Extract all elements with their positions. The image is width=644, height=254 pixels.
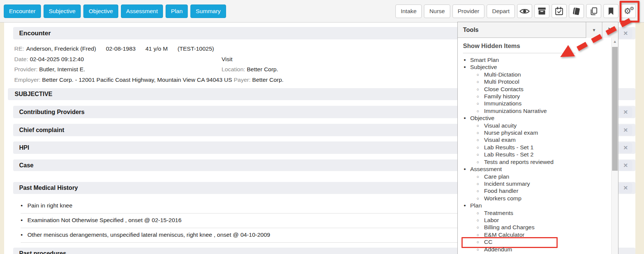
patient-age-sex: 41 y/o M xyxy=(145,45,167,52)
location-pair: Location: Better Corp. xyxy=(222,64,278,75)
nav-objective-button[interactable]: Objective xyxy=(83,5,118,18)
hidden-item-labor[interactable]: Labor xyxy=(458,216,618,224)
tools-scrollbar-thumb[interactable] xyxy=(612,47,618,171)
section-title: HPI xyxy=(19,144,29,151)
nav-encounter-button[interactable]: Encounter xyxy=(4,5,41,18)
preview-button[interactable] xyxy=(517,4,532,18)
hidden-item-workers-comp[interactable]: Workers comp xyxy=(458,195,618,202)
hidden-item-assessment[interactable]: Assessment xyxy=(458,165,618,173)
date-label: Date: xyxy=(14,56,28,62)
bookmark-button[interactable] xyxy=(603,4,618,18)
section-title: Contributing Providers xyxy=(19,109,84,116)
eye-icon xyxy=(519,8,530,15)
bookmark-icon xyxy=(608,7,614,15)
top-toolbar: Encounter Subjective Objective Assessmen… xyxy=(0,0,644,23)
provider-button[interactable]: Provider xyxy=(452,5,485,18)
archive-button[interactable] xyxy=(534,4,549,18)
hidden-item-incident-summary[interactable]: Incident summary xyxy=(458,180,618,187)
hidden-item-objective[interactable]: Objective xyxy=(458,114,618,122)
provider-name: Butler, Internist E. xyxy=(39,66,85,72)
payer-label: Payer: xyxy=(234,77,250,83)
hidden-item-cc[interactable]: CC xyxy=(458,238,618,245)
scroll-up-arrow-icon[interactable]: ▲ xyxy=(612,38,618,45)
chevron-down-icon: ▼ xyxy=(592,28,596,32)
close-section-encounter-button[interactable]: ✕ xyxy=(619,28,632,39)
tools-panel-header: Tools ▼ ✕ xyxy=(458,22,618,38)
location-value: Better Corp. xyxy=(247,66,278,72)
tools-close-button[interactable]: ✕ xyxy=(602,22,618,38)
nav-summary-button[interactable]: Summary xyxy=(190,5,226,18)
appointments-button[interactable] xyxy=(552,4,567,18)
nurse-button[interactable]: Nurse xyxy=(424,5,450,18)
show-hidden-items-heading: Show Hidden Items xyxy=(463,42,618,50)
hidden-item-lab-results-set-2[interactable]: Lab Results - Set 2 xyxy=(458,151,618,158)
tools-panel-body: Show Hidden Items Smart Plan Subjective … xyxy=(458,38,618,254)
patient-name: Anderson, Frederick (Fred) xyxy=(26,45,96,52)
toolbar-right-group: Intake Nurse Provider Depart xyxy=(395,4,636,18)
patient-chart-id: (TEST-10025) xyxy=(178,45,214,52)
tools-collapse-button[interactable]: ▼ xyxy=(586,22,602,38)
intake-button[interactable]: Intake xyxy=(395,5,422,18)
hidden-item-lab-results-set-1[interactable]: Lab Results - Set 1 xyxy=(458,144,618,151)
section-title: Past Medical History xyxy=(19,185,78,191)
tools-scrollbar[interactable]: ▲ xyxy=(611,38,618,254)
hidden-item-close-contacts[interactable]: Close Contacts xyxy=(458,86,618,93)
hidden-item-visual-acuity[interactable]: Visual acuity xyxy=(458,122,618,129)
tools-panel: Tools ▼ ✕ Show Hidden Items Smart Plan S… xyxy=(457,22,618,254)
hidden-item-smart-plan[interactable]: Smart Plan xyxy=(458,56,618,63)
employer-value: Better Corp. - 12001 Pacific Coast Highw… xyxy=(42,77,232,83)
copy-icon xyxy=(590,7,598,15)
hidden-item-food-handler[interactable]: Food handler xyxy=(458,187,618,194)
close-section-chief-complaint-button[interactable]: ✕ xyxy=(619,125,632,135)
nav-plan-button[interactable]: Plan xyxy=(166,5,188,18)
close-section-contributing-providers-button[interactable]: ✕ xyxy=(619,107,632,117)
hidden-item-visual-exam[interactable]: Visual exam xyxy=(458,136,618,143)
hidden-item-addendum[interactable]: Addendum xyxy=(458,246,618,253)
hidden-item-immunizations-narrative[interactable]: Immunizations Narrative xyxy=(458,107,618,114)
hidden-item-multi-protocol[interactable]: Multi Protocol xyxy=(458,78,618,85)
hidden-item-treatments[interactable]: Treatments xyxy=(458,209,618,216)
location-label: Location: xyxy=(222,66,245,72)
hidden-items-list: Smart Plan Subjective Multi-Dictation Mu… xyxy=(458,56,618,254)
section-title: Case xyxy=(19,162,33,169)
patient-dob: 02-08-1983 xyxy=(106,45,136,52)
payer-value: Better Corp. xyxy=(252,77,284,83)
gears-icon: ⚙⚙ xyxy=(624,7,632,15)
hidden-item-multi-dictation[interactable]: Multi-Dictation xyxy=(458,71,618,78)
hidden-item-nurse-physical-exam[interactable]: Nurse physical exam xyxy=(458,129,618,136)
hidden-item-plan[interactable]: Plan xyxy=(458,202,618,209)
reference-button[interactable] xyxy=(569,4,584,18)
archive-box-icon xyxy=(538,7,546,15)
book-icon xyxy=(572,7,581,15)
hidden-item-immunizations[interactable]: Immunizations xyxy=(458,100,618,107)
depart-button[interactable]: Depart xyxy=(487,5,515,18)
close-section-hpi-button[interactable]: ✕ xyxy=(619,143,632,153)
section-title: Encounter xyxy=(19,30,51,37)
close-section-case-button[interactable]: ✕ xyxy=(619,160,632,171)
note-nav-group: Encounter Subjective Objective Assessmen… xyxy=(4,5,226,18)
nav-subjective-button[interactable]: Subjective xyxy=(44,5,81,18)
provider-label: Provider: xyxy=(14,66,38,72)
close-icon: ✕ xyxy=(608,26,613,33)
hidden-item-billing-and-charges[interactable]: Billing and Charges xyxy=(458,224,618,231)
visit-label: Visit xyxy=(222,54,232,65)
close-section-past-medical-history-button[interactable]: ✕ xyxy=(619,183,632,193)
employer-label: Employer: xyxy=(14,77,41,83)
re-label: RE: xyxy=(14,45,24,52)
heading-divider xyxy=(463,53,576,53)
nav-assessment-button[interactable]: Assessment xyxy=(121,5,163,18)
calendar-check-icon xyxy=(555,7,563,15)
hidden-item-tests-and-reports-reviewed[interactable]: Tests and reports reviewed xyxy=(458,158,618,165)
copy-button[interactable] xyxy=(586,4,601,18)
section-title: Past procedures xyxy=(19,250,66,254)
encounter-date: 02-04-2025 09:12:40 xyxy=(30,56,84,62)
section-title: SUBJECTIVE xyxy=(15,91,52,98)
section-title: Chief complaint xyxy=(19,127,64,134)
hidden-item-subjective[interactable]: Subjective xyxy=(458,63,618,71)
hidden-item-care-plan[interactable]: Care plan xyxy=(458,173,618,180)
hidden-item-family-history[interactable]: Family history xyxy=(458,93,618,100)
settings-button[interactable]: ⚙⚙ xyxy=(621,4,636,18)
